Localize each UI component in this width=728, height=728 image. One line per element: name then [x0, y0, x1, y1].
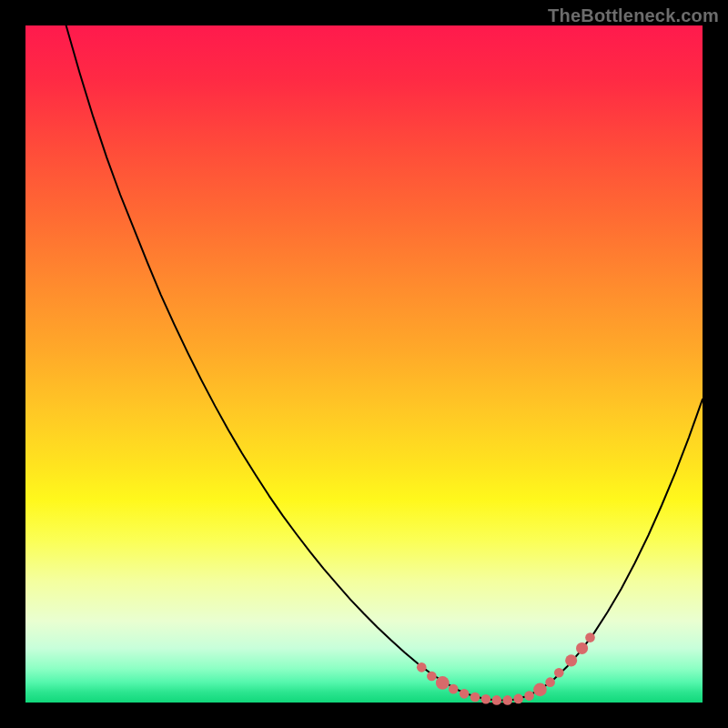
highlight-dot	[545, 677, 555, 687]
highlight-dot	[492, 695, 502, 705]
highlight-dot	[460, 689, 470, 699]
highlight-dot	[449, 684, 459, 694]
bottleneck-curve	[66, 25, 703, 701]
highlight-dot	[533, 682, 547, 696]
chart-frame: TheBottleneck.com	[0, 0, 728, 728]
highlight-dot	[470, 693, 480, 703]
highlight-dot	[436, 676, 450, 690]
highlight-dot	[554, 668, 564, 678]
highlight-dot	[565, 654, 577, 666]
highlight-dot	[524, 691, 534, 701]
highlight-dot	[502, 695, 512, 705]
watermark-text: TheBottleneck.com	[548, 5, 719, 26]
highlight-dot	[481, 694, 491, 704]
chart-svg	[25, 25, 703, 703]
plot-area	[25, 25, 703, 703]
highlight-dot	[417, 662, 427, 672]
highlight-dot	[513, 694, 523, 704]
highlight-dot	[427, 672, 437, 682]
highlight-dot	[576, 642, 588, 654]
highlight-dot	[585, 632, 595, 642]
